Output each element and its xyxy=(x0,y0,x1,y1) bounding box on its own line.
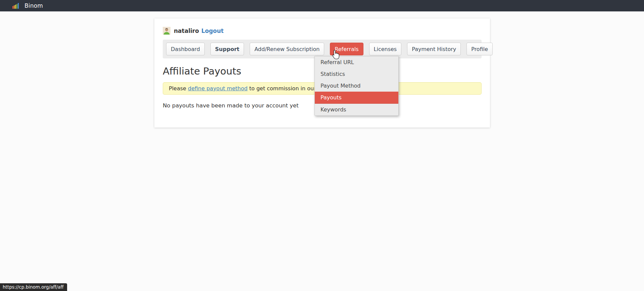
menu-item-keywords[interactable]: Keywords xyxy=(315,104,398,115)
logout-link[interactable]: Logout xyxy=(201,28,224,34)
brand-title[interactable]: Binom xyxy=(24,2,43,9)
menu-item-payout-method[interactable]: Payout Method xyxy=(315,80,398,92)
menu-item-referral-url[interactable]: Referral URL xyxy=(315,56,398,68)
menu-item-payouts[interactable]: Payouts xyxy=(315,92,398,104)
user-row: nataliro Logout xyxy=(163,27,482,35)
binom-logo-icon xyxy=(12,3,20,9)
link-status-tooltip: https://cp.binom.org/aff/aff xyxy=(0,283,67,291)
tab-payment-history[interactable]: Payment History xyxy=(407,43,461,55)
username: nataliro xyxy=(174,28,199,34)
tab-profile[interactable]: Profile xyxy=(466,43,493,55)
menu-item-statistics[interactable]: Statistics xyxy=(315,68,398,80)
tab-referrals[interactable]: Referrals xyxy=(330,43,363,55)
topbar: Binom xyxy=(0,0,644,11)
tab-support[interactable]: Support xyxy=(210,43,244,55)
tab-dashboard[interactable]: Dashboard xyxy=(166,43,205,55)
tab-add-renew-subscription[interactable]: Add/Renew Subscription xyxy=(250,43,324,55)
navbar: Dashboard Support Add/Renew Subscription… xyxy=(163,40,482,58)
notice-text-prefix: Please xyxy=(169,85,188,92)
user-avatar xyxy=(163,27,170,35)
tab-licenses[interactable]: Licenses xyxy=(369,43,402,55)
define-payout-method-link[interactable]: define payout method xyxy=(188,85,248,92)
referrals-dropdown-menu: Referral URL Statistics Payout Method Pa… xyxy=(314,56,399,116)
